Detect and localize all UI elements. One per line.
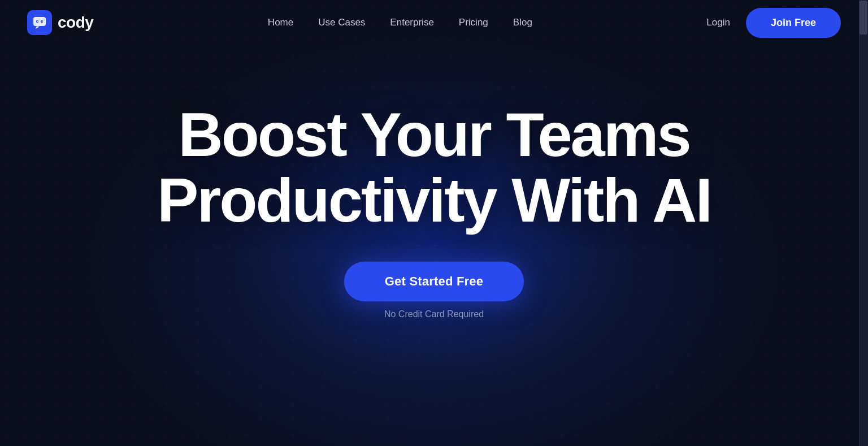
logo-icon: [27, 10, 52, 35]
no-credit-card-note: No Credit Card Required: [384, 309, 484, 319]
nav-item-pricing[interactable]: Pricing: [459, 17, 488, 28]
login-link[interactable]: Login: [706, 17, 730, 28]
hero-cta-group: Get Started Free No Credit Card Required: [344, 262, 524, 319]
scrollbar-thumb[interactable]: [860, 1, 867, 34]
nav-item-home[interactable]: Home: [268, 17, 293, 28]
join-free-button[interactable]: Join Free: [746, 8, 841, 38]
hero-title: Boost Your Teams Productivity With AI: [157, 102, 711, 232]
svg-point-3: [37, 21, 38, 22]
svg-rect-0: [33, 17, 46, 26]
nav-links: Home Use Cases Enterprise Pricing Blog: [268, 17, 532, 28]
nav-item-enterprise[interactable]: Enterprise: [390, 17, 433, 28]
nav-item-blog[interactable]: Blog: [513, 17, 532, 28]
hero-section: Boost Your Teams Productivity With AI Ge…: [0, 45, 868, 319]
nav-right: Login Join Free: [706, 8, 841, 38]
logo-link[interactable]: cody: [27, 10, 93, 35]
cody-chat-icon: [32, 15, 47, 30]
hero-title-line2: Productivity With AI: [157, 165, 711, 235]
scrollbar[interactable]: [859, 0, 868, 446]
get-started-button[interactable]: Get Started Free: [344, 262, 524, 301]
nav-item-use-cases[interactable]: Use Cases: [318, 17, 365, 28]
navbar: cody Home Use Cases Enterprise Pricing B…: [0, 0, 868, 45]
logo-text: cody: [58, 14, 93, 32]
svg-point-4: [42, 21, 43, 22]
hero-title-line1: Boost Your Teams: [178, 99, 690, 169]
